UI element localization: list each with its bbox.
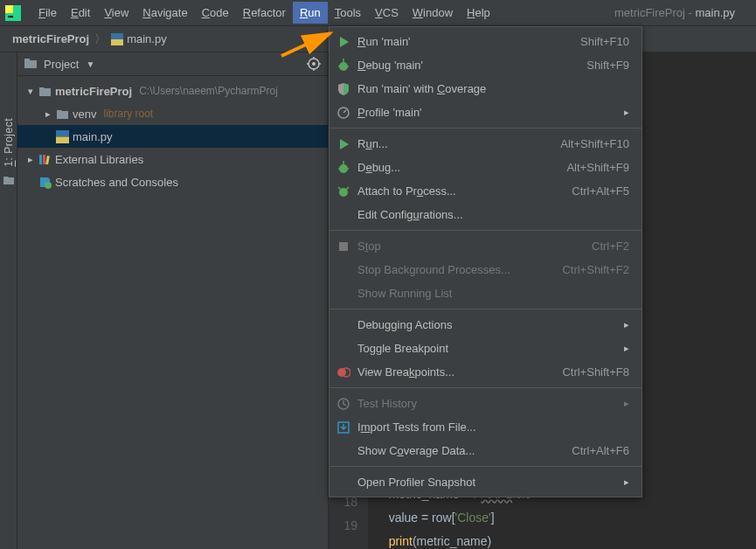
- import-icon: [336, 420, 350, 434]
- menu-refactor[interactable]: Refactor: [236, 2, 293, 24]
- menu-shortcut: Ctrl+Alt+F6: [572, 444, 629, 457]
- submenu-arrow-icon: ▸: [624, 107, 629, 118]
- menu-shortcut: Ctrl+F2: [592, 240, 629, 253]
- locate-target-icon[interactable]: [307, 57, 321, 71]
- menu-shortcut: Alt+Shift+F10: [560, 137, 629, 150]
- run-menu-item-3[interactable]: Profile 'main'▸: [329, 101, 642, 124]
- project-tool-tab[interactable]: 1: Project: [3, 118, 15, 167]
- project-header-title[interactable]: Project: [44, 58, 79, 71]
- menu-tools[interactable]: Tools: [328, 2, 368, 24]
- project-view-dropdown-icon[interactable]: ▼: [86, 59, 94, 69]
- svg-rect-4: [111, 39, 123, 45]
- svg-point-18: [45, 182, 52, 189]
- svg-rect-6: [24, 59, 30, 61]
- run-menu-item-label: Show Coverage Data...: [357, 444, 565, 457]
- run-menu-dropdown: Run 'main'Shift+F10Debug 'main'Shift+F9R…: [329, 26, 642, 497]
- project-tool-window: Project ▼ ▾ metricFireProj C:\Users\naee…: [17, 52, 329, 549]
- menu-shortcut: Ctrl+Shift+F8: [562, 365, 629, 379]
- bug-attach-icon: [336, 184, 350, 198]
- submenu-arrow-icon: ▸: [624, 398, 629, 409]
- menu-separator: [329, 230, 642, 231]
- project-header: Project ▼: [17, 52, 328, 76]
- run-menu-item-label: Debug 'main': [357, 59, 579, 72]
- line-number: 19: [329, 514, 357, 538]
- run-menu-item-5[interactable]: Run...Alt+Shift+F10: [329, 132, 642, 156]
- run-menu-item-16[interactable]: View Breakpoints...Ctrl+Shift+F8: [329, 360, 642, 384]
- run-menu-item-6[interactable]: Debug...Alt+Shift+F9: [329, 156, 642, 179]
- pycharm-logo-icon: [5, 5, 21, 21]
- menu-window[interactable]: Window: [406, 2, 460, 24]
- shield-icon: [336, 82, 350, 96]
- blank-icon: [336, 263, 350, 277]
- tree-scratches[interactable]: Scratches and Consoles: [17, 170, 328, 193]
- menu-shortcut: Shift+F9: [586, 59, 629, 72]
- bug-icon: [336, 59, 350, 73]
- menu-help[interactable]: Help: [460, 2, 497, 24]
- svg-rect-13: [56, 130, 69, 137]
- window-title: metricFireProj - main.py: [614, 6, 735, 19]
- tree-venv[interactable]: ▸ venv library root: [17, 102, 328, 125]
- svg-line-23: [343, 110, 346, 113]
- menu-run[interactable]: Run: [293, 2, 328, 24]
- tree-external-libraries[interactable]: ▸ External Libraries: [17, 148, 328, 170]
- expand-arrow-icon[interactable]: ▸: [26, 154, 35, 165]
- run-menu-item-18: Test History▸: [329, 392, 642, 415]
- menu-edit[interactable]: Edit: [64, 2, 97, 24]
- blank-icon: [336, 476, 350, 490]
- tree-root[interactable]: ▾ metricFireProj C:\Users\naeem\PycharmP…: [17, 80, 328, 102]
- folder-icon: [38, 85, 52, 98]
- breadcrumb-file-label: main.py: [127, 32, 167, 45]
- run-menu-item-8[interactable]: Edit Configurations...: [329, 203, 642, 226]
- chevron-right-icon: 〉: [94, 31, 106, 47]
- blank-icon: [336, 318, 350, 332]
- stop-dis-icon: [336, 240, 350, 254]
- run-menu-item-12: Show Running List: [329, 281, 642, 305]
- svg-rect-5: [24, 60, 37, 68]
- expand-arrow-icon[interactable]: ▾: [26, 86, 35, 97]
- svg-rect-1: [5, 5, 13, 13]
- svg-rect-2: [8, 16, 13, 17]
- run-menu-item-15[interactable]: Toggle Breakpoint▸: [329, 337, 642, 360]
- run-menu-item-label: Stop Background Processes...: [357, 263, 555, 276]
- run-menu-item-label: Toggle Breakpoint: [357, 342, 617, 355]
- run-menu-item-label: View Breakpoints...: [357, 365, 555, 379]
- submenu-arrow-icon: ▸: [624, 319, 629, 330]
- menu-navigate[interactable]: Navigate: [135, 2, 194, 24]
- tree-root-label: metricFireProj: [55, 85, 132, 98]
- play-green-icon: [336, 137, 350, 151]
- submenu-arrow-icon: ▸: [624, 343, 629, 354]
- tree-main-py[interactable]: main.py: [17, 125, 328, 148]
- menu-vcs[interactable]: VCS: [368, 2, 406, 24]
- run-menu-item-22[interactable]: Open Profiler Snapshot▸: [329, 470, 642, 494]
- menu-code[interactable]: Code: [195, 2, 236, 24]
- run-menu-item-label: Open Profiler Snapshot: [357, 476, 617, 489]
- menu-shortcut: Ctrl+Alt+F5: [572, 184, 629, 198]
- blank-icon: [336, 208, 350, 222]
- menu-separator: [329, 309, 642, 309]
- run-menu-item-14[interactable]: Debugging Actions▸: [329, 313, 642, 337]
- project-view-icon: [24, 58, 37, 70]
- run-menu-item-19[interactable]: Import Tests from File...: [329, 415, 642, 439]
- run-menu-item-20[interactable]: Show Coverage Data...Ctrl+Alt+F6: [329, 439, 642, 462]
- breadcrumb-project[interactable]: metricFireProj: [12, 32, 89, 45]
- run-menu-item-2[interactable]: Run 'main' with Coverage: [329, 77, 642, 101]
- svg-rect-16: [43, 155, 45, 164]
- run-menu-item-7[interactable]: Attach to Process...Ctrl+Alt+F5: [329, 179, 642, 203]
- breadcrumb-file[interactable]: main.py: [111, 32, 167, 45]
- menu-view[interactable]: View: [97, 2, 135, 24]
- python-file-icon: [56, 130, 69, 143]
- menu-file[interactable]: File: [31, 2, 64, 24]
- run-menu-item-label: Show Running List: [357, 287, 629, 300]
- run-menu-item-1[interactable]: Debug 'main'Shift+F9: [329, 53, 642, 77]
- svg-rect-3: [111, 33, 123, 39]
- run-menu-item-0[interactable]: Run 'main'Shift+F10: [329, 30, 642, 53]
- run-menu-item-label: Stop: [357, 240, 585, 253]
- run-menu-item-label: Run 'main' with Coverage: [357, 82, 629, 95]
- python-file-icon: [111, 33, 123, 45]
- svg-rect-14: [56, 136, 69, 143]
- clock-dis-icon: [336, 397, 350, 411]
- expand-arrow-icon[interactable]: ▸: [44, 108, 52, 120]
- gauge-icon: [336, 106, 350, 120]
- menu-shortcut: Shift+F10: [580, 35, 629, 48]
- menu-separator: [329, 466, 642, 467]
